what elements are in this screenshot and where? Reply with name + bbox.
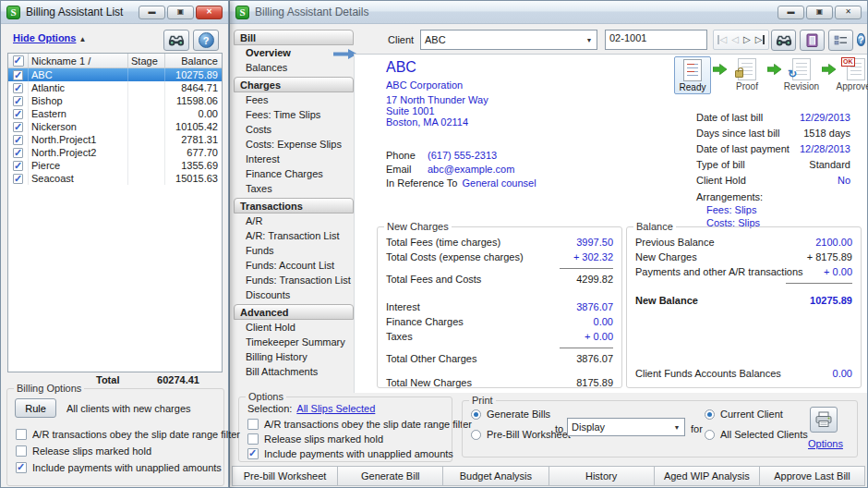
tab-history[interactable]: History [549,466,655,486]
print-options-link[interactable]: Options [808,438,843,449]
table-row[interactable]: Bishop 11598.06 [8,94,222,107]
help-button[interactable]: ? [857,32,868,54]
row-checkbox[interactable] [13,174,23,184]
nav-item-interest[interactable]: Interest [234,152,354,166]
table-row[interactable]: North.Project1 2781.31 [8,133,222,146]
nav-item-fees[interactable]: Fees [234,92,354,107]
all-selected-clients-radio[interactable] [705,430,715,440]
stage-revision[interactable]: ↻ Revision [783,56,820,92]
include-payments-checkbox[interactable] [247,448,259,459]
list-titlebar[interactable]: S Billing Assistant List ▬ ▣ ✕ [1,1,228,24]
ar-transactions-checkbox[interactable] [247,419,259,430]
last-record-icon[interactable]: ▷ [755,35,766,44]
current-client-radio[interactable] [705,409,715,420]
checkbox-row[interactable]: Release slips marked hold [247,433,383,445]
generate-bills-radio[interactable] [471,409,481,420]
hide-options-link[interactable]: Hide Options▲ [13,32,86,43]
nav-item-taxes[interactable]: Taxes [234,181,354,196]
nav-item-funds[interactable]: Funds [234,243,354,258]
arrangement-fees[interactable]: Fees: Slips [706,204,756,215]
release-slips-checkbox[interactable] [247,433,259,445]
nav-item-discounts[interactable]: Discounts [234,287,354,302]
row-checkbox[interactable] [13,83,23,93]
tab-generate-bill[interactable]: Generate Bill [338,466,443,486]
column-header-stage[interactable]: Stage [128,54,165,67]
table-row[interactable]: Nickerson 10105.42 [8,120,222,133]
tab-budget-analysis[interactable]: Budget Analysis [443,466,549,486]
stage-approved[interactable]: OK Approved [838,56,868,92]
radio-row[interactable]: Current Client [705,409,783,420]
client-id-field[interactable]: 02-1001 [605,30,707,50]
chevron-down-icon[interactable]: ▼ [582,37,597,43]
nav-item-costs-expense-slips[interactable]: Costs: Expense Slips [234,137,354,152]
print-destination-combobox[interactable]: Display ▼ [567,418,685,436]
table-row[interactable]: North.Project2 677.70 [8,146,222,159]
nav-item-ar-transaction-list[interactable]: A/R: Transaction List [234,228,354,243]
maximize-icon[interactable]: ▣ [806,6,833,19]
include-payments-checkbox[interactable] [16,462,27,473]
nav-item-finance-charges[interactable]: Finance Charges [234,166,354,181]
nav-item-funds-account-list[interactable]: Funds: Account List [234,258,354,273]
client-combobox[interactable]: ABC ▼ [420,30,597,50]
release-slips-checkbox[interactable] [16,445,27,457]
client-notebook-button[interactable] [800,30,825,51]
row-checkbox[interactable] [13,122,23,132]
print-button[interactable] [810,407,838,433]
first-record-icon[interactable]: ◁ [717,35,728,44]
minimize-icon[interactable]: ▬ [139,6,165,19]
nav-item-balances[interactable]: Balances [234,60,354,75]
list-view-button[interactable] [828,30,853,51]
stage-proof[interactable]: Proof [729,56,766,92]
find-client-button[interactable] [771,30,796,51]
email-value[interactable]: abc@example.com [428,164,514,175]
maximize-icon[interactable]: ▣ [167,6,194,19]
chevron-down-icon[interactable]: ▼ [669,424,684,431]
table-header[interactable]: Nickname 1 / Stage Balance [8,54,222,68]
row-checkbox[interactable] [13,135,23,145]
row-checkbox[interactable] [13,70,23,80]
nav-item-ar[interactable]: A/R [234,214,354,228]
checkbox-row[interactable]: A/R transactions obey the slip date rang… [247,419,472,430]
nav-item-billing-history[interactable]: Billing History [234,349,354,364]
radio-row[interactable]: Generate Bills [471,409,550,420]
nav-item-overview[interactable]: Overview [234,45,354,60]
close-icon[interactable]: ✕ [196,6,223,19]
all-slips-selected-link[interactable]: All Slips Selected [296,403,375,414]
nav-item-costs[interactable]: Costs [234,122,354,137]
checkbox-row[interactable]: Include payments with unapplied amounts [16,462,222,473]
find-client-button[interactable] [163,30,189,51]
close-icon[interactable]: ✕ [835,6,862,19]
table-row[interactable]: Eastern 0.00 [8,107,222,120]
nav-item-timekeeper-summary[interactable]: Timekeeper Summary [234,335,354,349]
checkbox-row[interactable]: A/R transactions obey the slip date rang… [16,429,240,440]
checkbox-row[interactable]: Release slips marked hold [16,445,151,457]
rule-button[interactable]: Rule [15,398,56,418]
row-checkbox[interactable] [13,96,23,106]
details-titlebar[interactable]: S Billing Assistant Details ▬ ▣ ✕ [230,1,867,24]
ar-transactions-checkbox[interactable] [16,429,27,440]
nav-item-funds-transaction-list[interactable]: Funds: Transaction List [234,273,354,287]
radio-row[interactable]: All Selected Clients [705,429,808,440]
pre-bill-worksheet-radio[interactable] [471,430,481,440]
select-all-checkbox[interactable] [13,55,24,67]
next-record-icon[interactable]: ▷ [743,35,751,44]
nav-item-client-hold[interactable]: Client Hold [234,320,354,335]
tab-aged-wip-analysis[interactable]: Aged WIP Analysis [655,466,760,486]
tab-approve-last-bill[interactable]: Approve Last Bill [760,466,865,486]
table-row[interactable]: Pierce 1355.69 [8,159,222,172]
minimize-icon[interactable]: ▬ [778,6,804,19]
table-row[interactable]: Seacoast 15015.63 [8,172,222,185]
tab-prebill-worksheet[interactable]: Pre-bill Worksheet [232,466,338,486]
checkbox-row[interactable]: Include payments with unapplied amounts [247,448,453,459]
row-checkbox[interactable] [13,109,23,119]
reference-value[interactable]: General counsel [462,177,536,189]
nav-item-fees-time-slips[interactable]: Fees: Time Slips [234,107,354,122]
table-row[interactable]: Atlantic 8464.71 [8,81,222,94]
nav-item-bill-attachments[interactable]: Bill Attachments [234,364,354,379]
help-button[interactable]: ? [193,30,219,51]
previous-record-icon[interactable]: ◁ [731,35,739,44]
table-row[interactable]: ABC 10275.89 [8,68,222,81]
stage-ready[interactable]: Ready [674,56,711,94]
row-checkbox[interactable] [13,148,23,158]
column-header-nickname[interactable]: Nickname 1 / [29,54,128,67]
